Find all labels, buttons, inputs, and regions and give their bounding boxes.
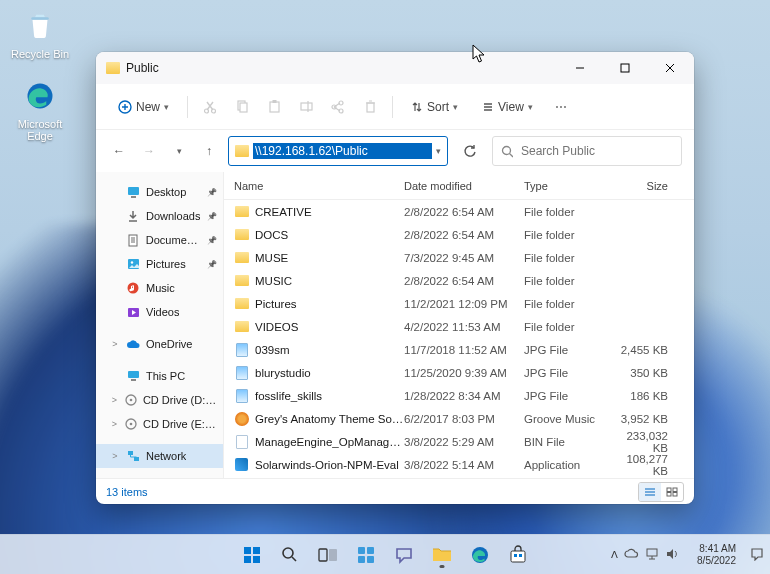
column-date[interactable]: Date modified <box>404 172 524 199</box>
svg-line-27 <box>510 153 514 157</box>
sidebar-item-cddrive-d[interactable]: >CD Drive (D:) CC <box>96 388 223 412</box>
notifications-button[interactable] <box>748 547 766 563</box>
sidebar-item-documents[interactable]: Documents📌 <box>96 228 223 252</box>
jpg-icon <box>234 365 249 380</box>
column-type[interactable]: Type <box>524 172 614 199</box>
desktop-icon-edge[interactable]: Microsoft Edge <box>8 78 72 142</box>
cloud-icon[interactable] <box>624 548 639 562</box>
task-view-button[interactable] <box>312 539 344 571</box>
svg-rect-55 <box>253 547 260 554</box>
close-button[interactable] <box>647 52 692 84</box>
file-row[interactable]: DOCS 2/8/2022 6:54 AM File folder <box>224 223 694 246</box>
file-explorer-taskbar-button[interactable] <box>426 539 458 571</box>
sort-button[interactable]: Sort ▾ <box>401 94 468 120</box>
more-button[interactable]: ⋯ <box>547 93 575 121</box>
folder-icon <box>234 296 249 311</box>
plus-circle-icon <box>118 100 132 114</box>
widgets-button[interactable] <box>350 539 382 571</box>
recycle-bin-icon <box>22 8 58 44</box>
music-icon <box>126 281 140 295</box>
file-name: ManageEngine_OpManager_64bit.bin <box>255 436 404 448</box>
recent-locations-button[interactable]: ▾ <box>168 140 190 162</box>
folder-icon <box>235 145 249 157</box>
file-type: File folder <box>524 252 614 264</box>
search-button[interactable] <box>274 539 306 571</box>
chevron-down-icon: ▾ <box>453 102 458 112</box>
file-size: 108,277 KB <box>614 453 684 477</box>
back-button[interactable]: ← <box>108 140 130 162</box>
file-row[interactable]: MUSIC 2/8/2022 6:54 AM File folder <box>224 269 694 292</box>
chevron-down-icon[interactable]: ▾ <box>436 146 441 156</box>
file-row[interactable]: Grey's Anatomy Theme Song-BuY5H_IAy... 6… <box>224 407 694 430</box>
svg-point-42 <box>130 399 133 402</box>
taskbar-clock[interactable]: 8:41 AM 8/5/2022 <box>691 543 742 566</box>
svg-rect-57 <box>253 556 260 563</box>
file-type: JPG File <box>524 344 614 356</box>
sidebar-item-downloads[interactable]: Downloads📌 <box>96 204 223 228</box>
sidebar-item-desktop[interactable]: Desktop📌 <box>96 180 223 204</box>
svg-rect-39 <box>128 371 139 378</box>
svg-rect-20 <box>367 103 374 112</box>
svg-rect-50 <box>667 488 671 492</box>
start-button[interactable] <box>236 539 268 571</box>
network-icon[interactable] <box>645 548 659 562</box>
pin-icon: 📌 <box>207 212 217 221</box>
file-row[interactable]: Solarwinds-Orion-NPM-Eval 3/8/2022 5:14 … <box>224 453 694 476</box>
clock-time: 8:41 AM <box>697 543 736 555</box>
downloads-icon <box>126 209 140 223</box>
titlebar[interactable]: Public <box>96 52 694 84</box>
thumbnails-view-button[interactable] <box>661 483 683 501</box>
sidebar-item-music[interactable]: Music <box>96 276 223 300</box>
file-row[interactable]: VIDEOS 4/2/2022 11:53 AM File folder <box>224 315 694 338</box>
search-box[interactable] <box>492 136 682 166</box>
store-taskbar-button[interactable] <box>502 539 534 571</box>
file-size: 3,952 KB <box>614 413 684 425</box>
file-row[interactable]: MUSE 7/3/2022 9:45 AM File folder <box>224 246 694 269</box>
new-button[interactable]: New ▾ <box>108 94 179 120</box>
desktop-icon-label: Microsoft Edge <box>18 118 63 142</box>
file-row[interactable]: CREATIVE 2/8/2022 6:54 AM File folder <box>224 200 694 223</box>
sidebar-item-onedrive[interactable]: >OneDrive <box>96 332 223 356</box>
address-text[interactable]: \\192.168.1.62\Public <box>253 143 432 159</box>
details-view-button[interactable] <box>639 483 661 501</box>
sidebar-item-network[interactable]: >Network <box>96 444 223 468</box>
cddrive-e-icon <box>125 417 137 431</box>
maximize-button[interactable] <box>602 52 647 84</box>
up-button[interactable]: ↑ <box>198 140 220 162</box>
desktop-icon-recycle-bin[interactable]: Recycle Bin <box>8 8 72 60</box>
file-name: CREATIVE <box>255 206 312 218</box>
view-button[interactable]: View ▾ <box>472 94 543 120</box>
taskbar-right: ᐱ 8:41 AM 8/5/2022 <box>605 543 766 566</box>
address-bar[interactable]: \\192.168.1.62\Public ▾ <box>228 136 448 166</box>
svg-rect-62 <box>358 547 365 554</box>
svg-rect-63 <box>367 547 374 554</box>
svg-point-58 <box>283 548 293 558</box>
file-row[interactable]: fosslife_skills 1/28/2022 8:34 AM JPG Fi… <box>224 384 694 407</box>
sidebar-item-pictures[interactable]: Pictures📌 <box>96 252 223 276</box>
file-row[interactable]: blurystudio 11/25/2020 9:39 AM JPG File … <box>224 361 694 384</box>
search-input[interactable] <box>519 143 673 159</box>
minimize-button[interactable] <box>557 52 602 84</box>
svg-rect-15 <box>301 103 312 110</box>
network-icon <box>126 449 140 463</box>
tray-chevron-icon[interactable]: ᐱ <box>611 549 618 560</box>
column-name[interactable]: Name <box>224 172 404 199</box>
cddrive-d-icon <box>125 393 137 407</box>
file-row[interactable]: 039sm 11/7/2018 11:52 AM JPG File 2,455 … <box>224 338 694 361</box>
file-row[interactable]: Pictures 11/2/2021 12:09 PM File folder <box>224 292 694 315</box>
column-size[interactable]: Size <box>614 172 684 199</box>
volume-icon[interactable] <box>665 548 679 562</box>
chat-button[interactable] <box>388 539 420 571</box>
sidebar-item-thispc[interactable]: This PC <box>96 364 223 388</box>
sidebar-item-label: Network <box>146 450 186 462</box>
sidebar-item-videos[interactable]: Videos <box>96 300 223 324</box>
file-type: File folder <box>524 229 614 241</box>
edge-taskbar-button[interactable] <box>464 539 496 571</box>
refresh-button[interactable] <box>456 137 484 165</box>
folder-icon <box>234 227 249 242</box>
file-name: MUSIC <box>255 275 292 287</box>
edge-icon <box>22 78 58 114</box>
svg-rect-61 <box>329 549 337 561</box>
file-row[interactable]: ManageEngine_OpManager_64bit.bin 3/8/202… <box>224 430 694 453</box>
sidebar-item-cddrive-e[interactable]: >CD Drive (E:) CC <box>96 412 223 436</box>
